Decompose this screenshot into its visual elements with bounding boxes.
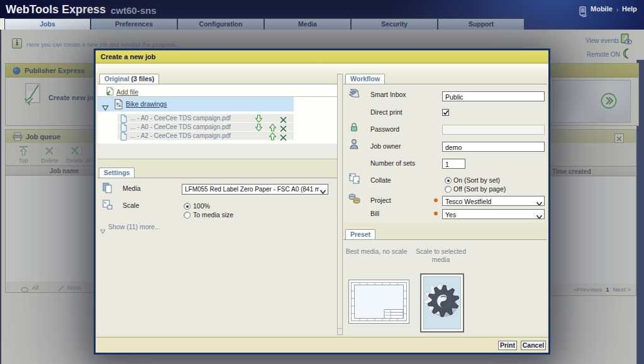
scale-label: Scale — [123, 202, 139, 209]
original-content-footer — [97, 144, 337, 159]
preset-tab[interactable]: Preset — [345, 229, 375, 239]
tab-media[interactable]: Media — [264, 18, 351, 30]
project-select[interactable]: Tesco Westfield — [442, 196, 545, 206]
show-more-expander-icon[interactable] — [100, 225, 106, 237]
smart-inbox-icon — [348, 88, 361, 101]
tab-configuration[interactable]: Configuration — [177, 18, 264, 30]
original-content: Add file Bike drawings ... - A0 - CeeCee… — [97, 84, 337, 144]
media-select[interactable]: LFM055 Red Label Zero Paper - FSC A0 (84… — [182, 184, 328, 195]
project-required-dot — [434, 198, 438, 202]
app-title: WebTools Express — [6, 3, 106, 16]
help-link[interactable]: Help — [622, 5, 637, 13]
dialog-footer: Print Cancel — [96, 337, 548, 353]
password-input — [442, 125, 545, 135]
settings-tab[interactable]: Settings — [99, 168, 135, 178]
scrollbar-thumb[interactable] — [338, 80, 342, 329]
expander-icon[interactable] — [102, 102, 109, 113]
chevron-down-icon — [535, 198, 543, 206]
job-owner-input[interactable]: demo — [442, 142, 545, 152]
show-more-link[interactable]: Show (11) more... — [108, 223, 160, 230]
job-owner-icon — [349, 139, 359, 152]
file-name: ... - A2 - CeeCee TDS campaign.pdf — [130, 132, 231, 140]
workflow-tab[interactable]: Workflow — [345, 74, 385, 84]
settings-content: Media LFM055 Red Label Zero Paper - FSC … — [97, 178, 337, 335]
collate-off-label[interactable]: Off (Sort by page) — [453, 185, 506, 193]
bill-label: Bill — [370, 210, 379, 217]
tab-security[interactable]: Security — [351, 18, 438, 30]
project-label: Project — [370, 196, 391, 204]
dialog-title: Create a new job — [101, 53, 155, 60]
tab-jobs[interactable]: Jobs — [4, 18, 91, 30]
scale-fit-radio[interactable] — [184, 212, 191, 219]
hostname: cwt60-sns — [111, 5, 157, 16]
sets-label: Number of sets — [370, 159, 415, 167]
tabbar-backdrop — [525, 18, 644, 30]
create-new-job-dialog: Create a new job Original (3 files) Add … — [94, 48, 550, 355]
tab-preferences[interactable]: Preferences — [91, 18, 177, 30]
app-header: WebTools Express cwt60-sns Mobile › Help — [0, 0, 644, 18]
svg-text:K: K — [104, 201, 107, 205]
add-file-link[interactable]: Add file — [116, 88, 138, 96]
cancel-button[interactable]: Cancel — [521, 341, 546, 350]
direct-print-label: Direct print — [370, 108, 402, 116]
sets-input[interactable]: 1 — [442, 159, 465, 169]
job-owner-label: Job owner — [370, 142, 401, 150]
left-pane-scrollbar[interactable] — [337, 74, 343, 335]
media-icon — [102, 182, 113, 196]
password-label: Password — [370, 125, 399, 133]
file-group-row[interactable]: Bike drawings — [97, 97, 294, 111]
move-up-icon[interactable] — [269, 132, 276, 143]
document-set-icon — [114, 99, 123, 112]
direct-print-checkbox[interactable] — [442, 109, 449, 116]
file-group-link[interactable]: Bike drawings — [126, 100, 167, 108]
scroll-down-button[interactable] — [338, 328, 342, 334]
scale-icon: K — [102, 199, 113, 213]
original-tab[interactable]: Original (3 files) — [99, 74, 159, 84]
tab-support[interactable]: Support — [438, 18, 525, 30]
preset-scale-thumbnail[interactable] — [420, 273, 464, 333]
file-row[interactable]: ... - A0 - CeeCee TDS campaign.pdf — [118, 114, 294, 122]
file-name: ... - A0 - CeeCee TDS campaign.pdf — [130, 114, 231, 122]
smart-inbox-label: Smart Inbox — [370, 91, 406, 98]
project-icon — [348, 193, 362, 206]
file-row[interactable]: ... - A2 - CeeCee TDS campaign.pdf — [118, 132, 294, 140]
collate-off-radio[interactable] — [445, 186, 452, 193]
collate-icon — [348, 173, 361, 187]
file-icon — [120, 132, 127, 143]
preset-best-media-label: Best media, no scale — [343, 247, 409, 256]
password-icon — [350, 122, 358, 135]
dialog-body: Original (3 files) Add file — [96, 64, 548, 353]
preset-scale-label: Scale to selectedmedia — [413, 247, 469, 264]
print-button[interactable]: Print — [498, 341, 517, 350]
scale-100-label[interactable]: 100% — [193, 202, 210, 210]
file-name: ... - A0 - CeeCee TDS campaign.pdf — [130, 123, 231, 131]
webtools-express-app: WebTools Express cwt60-sns Mobile › Help… — [0, 0, 644, 364]
collate-on-label[interactable]: On (Sort by set) — [453, 176, 500, 184]
help-chevron-icon: › — [616, 6, 618, 13]
mobile-link[interactable]: Mobile — [591, 5, 613, 13]
bill-select[interactable]: Yes — [442, 209, 545, 219]
chevron-down-icon — [319, 186, 326, 195]
preset-content: Best media, no scale Scale to selectedme… — [343, 240, 547, 335]
scale-100-radio[interactable] — [184, 203, 191, 210]
dialog-titlebar: Create a new job — [96, 50, 548, 64]
file-row[interactable]: ... - A0 - CeeCee TDS campaign.pdf — [118, 123, 294, 131]
collate-on-radio[interactable] — [445, 177, 452, 184]
scale-fit-label[interactable]: To media size — [193, 211, 233, 219]
bill-required-dot — [434, 212, 438, 215]
collate-label: Collate — [370, 176, 391, 184]
smart-inbox-input[interactable]: Public — [442, 91, 545, 101]
remove-file-icon[interactable] — [280, 132, 287, 144]
preset-best-media-thumbnail[interactable] — [348, 280, 409, 324]
chevron-down-icon — [535, 211, 543, 219]
workflow-content: Smart Inbox Public Direct print Password… — [343, 84, 547, 222]
media-label: Media — [123, 185, 141, 192]
